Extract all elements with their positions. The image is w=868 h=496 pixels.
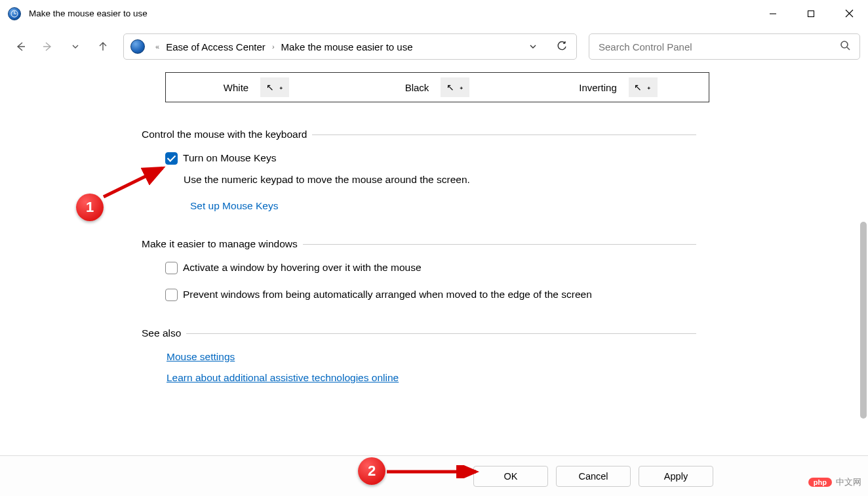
setup-mouse-keys-link[interactable]: Set up Mouse Keys [190,200,278,211]
control-panel-icon [130,39,145,54]
mouse-settings-link[interactable]: Mouse settings [167,351,235,362]
watermark: php 中文网 [808,476,861,488]
close-icon [845,9,854,18]
pointer-white-preview[interactable]: ↖ ˖ [260,77,289,97]
breadcrumb-overflow-icon[interactable]: « [155,43,159,51]
refresh-button[interactable] [547,34,576,59]
refresh-icon [556,41,568,52]
back-button[interactable] [8,34,33,59]
pointer-black-label: Black [405,82,429,93]
search-icon [840,40,850,53]
recent-dropdown[interactable] [63,34,88,59]
window-title: Make the mouse easier to use [29,9,148,18]
hover-activate-checkbox[interactable] [165,262,178,274]
prevent-snap-checkbox[interactable] [165,289,178,301]
section-heading-keyboard: Control the mouse with the keyboard [142,129,307,140]
apply-button[interactable]: Apply [639,466,713,487]
toolbar: « Ease of Access Center › Make the mouse… [0,28,868,66]
title-bar: Make the mouse easier to use [0,0,868,28]
back-arrow-icon [14,41,26,52]
svg-rect-2 [808,10,814,16]
app-icon [8,7,21,20]
section-heading-see-also: See also [142,327,181,339]
divider [312,134,696,135]
cancel-button[interactable]: Cancel [556,466,631,487]
up-arrow-icon [97,41,109,52]
chevron-down-icon [71,42,80,51]
mouse-keys-label: Turn on Mouse Keys [183,152,276,164]
search-input[interactable] [599,41,840,52]
svg-line-6 [847,47,850,50]
section-heading-windows: Make it easier to manage windows [142,238,298,250]
main-content: White ↖ ˖ Black ↖ ˖ Inverting ↖ ˖ Contro… [0,66,715,384]
minimize-icon [769,10,777,18]
pointer-black-preview[interactable]: ↖ ˖ [441,77,469,97]
forward-button[interactable] [35,34,60,59]
pointer-white-label: White [224,82,248,93]
breadcrumb-seg-1[interactable]: Ease of Access Center [163,41,268,52]
scrollbar-thumb[interactable] [860,222,867,419]
hover-activate-label: Activate a window by hovering over it wi… [183,262,422,274]
mouse-keys-description: Use the numeric keypad to move the mouse… [184,174,715,186]
search-box[interactable] [589,33,860,60]
maximize-button[interactable] [792,0,830,28]
chevron-right-icon: › [272,43,275,51]
pointer-inverting-preview[interactable]: ↖ ˖ [629,77,658,97]
annotation-arrow-1 [98,163,170,202]
address-dropdown[interactable] [519,34,547,59]
minimize-button[interactable] [754,0,792,28]
forward-arrow-icon [42,41,54,52]
divider [303,244,696,245]
divider [186,333,696,334]
address-bar[interactable]: « Ease of Access Center › Make the mouse… [123,33,577,60]
scrollbar[interactable] [858,66,867,454]
maximize-icon [807,10,815,18]
up-button[interactable] [90,34,115,59]
chevron-down-icon [528,41,538,52]
close-button[interactable] [830,0,868,28]
watermark-text: 中文网 [836,476,861,488]
ok-button[interactable]: OK [473,466,548,487]
svg-point-5 [841,41,848,48]
annotation-badge-1: 1 [76,194,104,221]
pointer-inverting-label: Inverting [579,82,617,93]
prevent-snap-label: Prevent windows from being automatically… [183,289,592,300]
pointer-scheme-row: White ↖ ˖ Black ↖ ˖ Inverting ↖ ˖ [165,72,709,102]
watermark-badge: php [808,478,832,487]
annotation-badge-2: 2 [358,457,385,485]
annotation-arrow-2 [384,465,483,478]
svg-line-7 [104,168,163,197]
breadcrumb-seg-2[interactable]: Make the mouse easier to use [279,41,416,52]
assistive-tech-link[interactable]: Learn about additional assistive technol… [167,372,399,383]
